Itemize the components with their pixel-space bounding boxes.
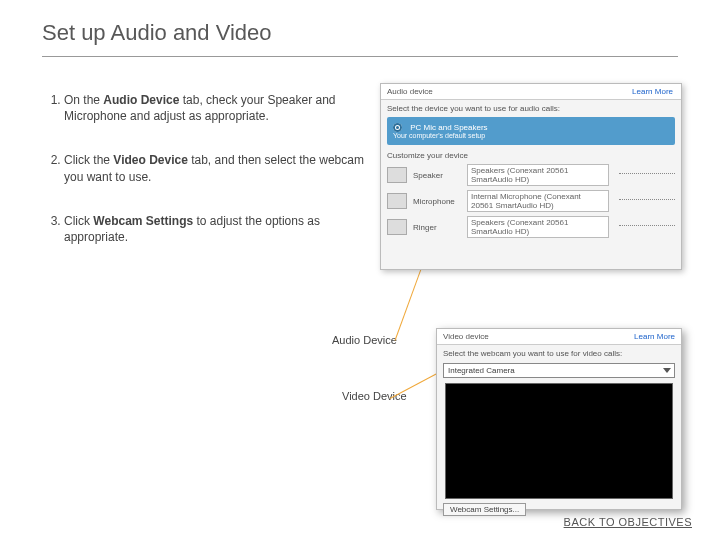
title-rule [42,56,678,57]
step-2: Click the Video Device tab, and then sel… [64,152,364,184]
camera-select[interactable]: Integrated Camera [443,363,675,378]
microphone-select[interactable]: Internal Microphone (Conexant 20561 Smar… [467,190,609,212]
ringer-icon [387,219,407,235]
step-1-bold: Audio Device [103,93,179,107]
audio-selected-label: PC Mic and Speakers [410,123,487,132]
step-1-pre: On the [64,93,103,107]
callout-video-device: Video Device [342,390,407,402]
video-learn-more-link[interactable]: Learn More [634,332,675,341]
speaker-row: Speaker Speakers (Conexant 20561 SmartAu… [387,164,675,186]
ringer-slider[interactable] [619,225,675,230]
audio-selected-device[interactable]: PC Mic and Speakers Your computer's defa… [387,117,675,145]
callout-audio-device: Audio Device [332,334,397,346]
customize-heading: Customize your device [387,151,675,160]
webcam-preview [445,383,673,499]
radio-selected-icon [393,123,402,132]
connector-line-video [390,372,440,399]
step-3-pre: Click [64,214,93,228]
ringer-row: Ringer Speakers (Conexant 20561 SmartAud… [387,216,675,238]
ringer-select[interactable]: Speakers (Conexant 20561 SmartAudio HD) [467,216,609,238]
step-1: On the Audio Device tab, check your Spea… [64,92,364,124]
step-3-bold: Webcam Settings [93,214,193,228]
speaker-label: Speaker [413,171,461,180]
speaker-slider[interactable] [619,173,675,178]
microphone-row: Microphone Internal Microphone (Conexant… [387,190,675,212]
microphone-slider[interactable] [619,199,675,204]
speaker-icon [387,167,407,183]
steps-list: On the Audio Device tab, check your Spea… [44,92,364,273]
webcam-settings-button[interactable]: Webcam Settings... [443,503,526,516]
video-panel-header: Video device Learn More [437,329,681,345]
video-instruction: Select the webcam you want to use for vi… [443,349,675,358]
audio-selected-sub: Your computer's default setup [393,132,669,139]
microphone-label: Microphone [413,197,461,206]
back-to-objectives-link[interactable]: BACK TO OBJECTIVES [564,516,692,528]
audio-instruction: Select the device you want to use for au… [387,104,675,113]
microphone-icon [387,193,407,209]
step-3: Click Webcam Settings to adjust the opti… [64,213,364,245]
learn-more-link[interactable]: Learn More [632,87,673,96]
video-panel-header-text: Video device [443,332,489,341]
audio-device-panel: Audio device Learn More Select the devic… [380,83,682,270]
speaker-select[interactable]: Speakers (Conexant 20561 SmartAudio HD) [467,164,609,186]
step-2-pre: Click the [64,153,113,167]
slide-title: Set up Audio and Video [42,20,272,46]
connector-line-audio [395,265,423,341]
ringer-label: Ringer [413,223,461,232]
video-device-panel: Video device Learn More Select the webca… [436,328,682,510]
step-2-bold: Video Device [113,153,187,167]
